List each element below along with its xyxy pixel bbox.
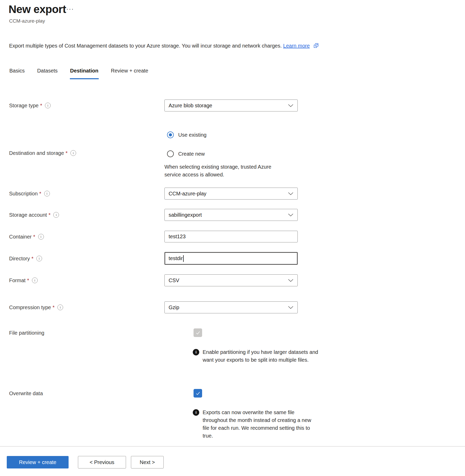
chevron-down-icon <box>288 306 293 309</box>
tab-review-create[interactable]: Review + create <box>111 67 149 79</box>
radio-use-existing[interactable]: Use existing <box>167 131 207 138</box>
page-title: New export <box>9 3 66 16</box>
checkmark-icon <box>196 391 200 395</box>
chevron-down-icon <box>288 214 293 216</box>
description-text: Export multiple types of Cost Management… <box>9 43 282 49</box>
file-partitioning-checkbox <box>194 328 202 337</box>
radio-selected-icon <box>167 131 174 138</box>
checkmark-icon <box>196 331 200 335</box>
chevron-down-icon <box>288 104 293 107</box>
format-dropdown[interactable]: CSV <box>164 274 298 286</box>
review-create-button[interactable]: Review + create <box>7 456 69 468</box>
container-input[interactable]: test123 <box>164 231 298 242</box>
info-icon[interactable]: i <box>57 305 63 310</box>
radio-create-new[interactable]: Create new <box>167 150 205 157</box>
storage-type-label: Storage type * i <box>9 102 51 109</box>
existing-storage-helper-text: When selecting existing storage, trusted… <box>164 163 284 178</box>
tab-datasets[interactable]: Datasets <box>37 67 58 79</box>
info-icon[interactable]: i <box>70 150 76 156</box>
file-partitioning-label: File partitioning <box>9 329 44 336</box>
external-link-icon <box>313 43 319 50</box>
required-asterisk: * <box>52 305 55 310</box>
chevron-down-icon <box>288 192 293 195</box>
required-asterisk: * <box>49 212 51 218</box>
page-subtitle: CCM-azure-play <box>9 18 45 24</box>
overwrite-data-checkbox[interactable] <box>194 389 202 398</box>
format-label: Format * i <box>9 277 38 284</box>
info-icon[interactable]: i <box>36 256 42 261</box>
info-filled-icon: i <box>193 409 199 416</box>
info-filled-icon: i <box>193 349 199 355</box>
radio-create-new-label: Create new <box>178 151 205 157</box>
overwrite-data-label: Overwrite data <box>9 390 43 397</box>
more-options-icon[interactable]: ··· <box>66 5 74 12</box>
radio-unselected-icon <box>167 150 174 157</box>
overwrite-data-info-note: i Exports can now overwrite the same fil… <box>193 408 313 440</box>
next-button[interactable]: Next > <box>131 456 164 468</box>
wizard-tabs: Basics Datasets Destination Review + cre… <box>9 67 149 79</box>
compression-type-label: Compression type * i <box>9 304 63 311</box>
container-label: Container * i <box>9 233 44 240</box>
required-asterisk: * <box>40 103 42 109</box>
previous-button[interactable]: < Previous <box>78 456 126 468</box>
storage-account-dropdown[interactable]: sabillingexport <box>164 209 298 221</box>
new-export-page: New export ··· CCM-azure-play Export mul… <box>0 0 465 476</box>
storage-type-dropdown[interactable]: Azure blob storage <box>164 100 298 111</box>
storage-account-label: Storage account * i <box>9 211 59 218</box>
subscription-dropdown[interactable]: CCM-azure-play <box>164 188 298 200</box>
learn-more-link[interactable]: Learn more <box>283 43 310 49</box>
required-asterisk: * <box>31 256 34 262</box>
info-icon[interactable]: i <box>53 212 59 218</box>
overwrite-data-info-text: Exports can now overwrite the same file … <box>203 408 313 440</box>
info-icon[interactable]: i <box>32 277 38 283</box>
text-cursor <box>183 255 184 262</box>
info-icon[interactable]: i <box>45 103 51 108</box>
required-asterisk: * <box>39 191 41 197</box>
destination-storage-label: Destination and storage * i <box>9 150 76 156</box>
compression-type-dropdown[interactable]: Gzip <box>164 301 298 313</box>
tab-basics[interactable]: Basics <box>9 67 25 79</box>
required-asterisk: * <box>65 150 68 156</box>
radio-use-existing-label: Use existing <box>178 132 207 138</box>
tab-destination[interactable]: Destination <box>70 67 99 79</box>
chevron-down-icon <box>288 279 293 282</box>
info-icon[interactable]: i <box>44 191 50 196</box>
file-partitioning-info-note: i Enable partitioning if you have larger… <box>193 348 322 364</box>
file-partitioning-info-text: Enable partitioning if you have larger d… <box>203 348 322 364</box>
footer-divider <box>0 446 465 447</box>
directory-label: Directory * i <box>9 255 42 262</box>
required-asterisk: * <box>33 234 35 240</box>
page-description: Export multiple types of Cost Management… <box>9 43 319 50</box>
subscription-label: Subscription * i <box>9 190 50 197</box>
info-icon[interactable]: i <box>38 234 44 240</box>
required-asterisk: * <box>27 277 29 283</box>
directory-input[interactable]: testdir <box>164 252 298 265</box>
